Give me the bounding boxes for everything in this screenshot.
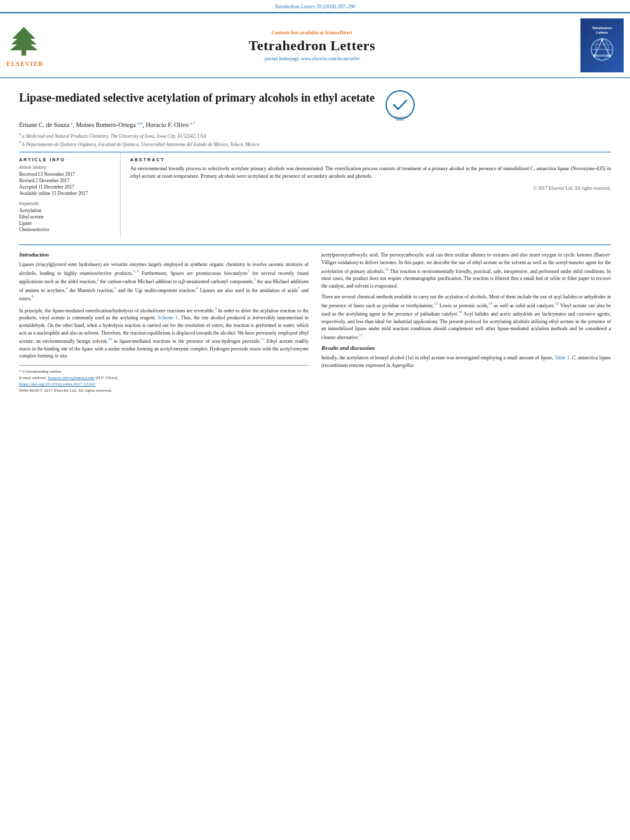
keyword-acetylation: Acetylation — [19, 208, 114, 213]
section-divider — [19, 244, 611, 245]
issn-text: 0040-4039/© 2017 Elsevier Ltd. All right… — [19, 388, 112, 393]
journal-ref-text: Tetrahedron Letters 59 (2018) 287–290 — [275, 4, 356, 10]
tet-globe-icon — [589, 37, 615, 62]
keywords-section: Keywords: Acetylation Ethyl acetate Lipa… — [19, 201, 114, 232]
keyword-ethyl-acetate: Ethyl acetate — [19, 214, 114, 220]
doi-line: https://doi.org/10.1016/j.tetlet.2017.12… — [19, 382, 309, 387]
sciencedirect-line: Contents lists available at ScienceDirec… — [50, 30, 574, 36]
email-line: E-mail address: horacio-olivo@uiowa.edu … — [19, 375, 309, 380]
intro-paragraph-2: In principle, the lipase-mediated esteri… — [19, 306, 309, 360]
email-suffix: (H.F. Olivo). — [95, 375, 119, 380]
homepage-prefix: journal homepage: — [264, 56, 301, 62]
corresponding-author-label: * Corresponding author. — [19, 369, 62, 374]
header-center: Contents lists available at ScienceDirec… — [50, 30, 574, 62]
check-updates-badge[interactable]: Check for updates — [384, 89, 416, 121]
revised-date: Revised 2 December 2017 — [19, 178, 114, 183]
body-two-col: Introduction Lipases (triacylglycerol es… — [19, 251, 611, 394]
sciencedirect-prefix: Contents lists available at — [272, 30, 325, 36]
svg-marker-10 — [594, 40, 610, 56]
history-label: Article history: — [19, 165, 114, 170]
email-label: E-mail address: — [19, 375, 48, 380]
title-row: Lipase-mediated selective acetylation of… — [19, 86, 611, 121]
doi-link[interactable]: https://doi.org/10.1016/j.tetlet.2017.12… — [19, 382, 95, 387]
svg-point-14 — [386, 91, 414, 119]
results-paragraph-1: Initially, the acetylation of benzyl alc… — [321, 354, 611, 369]
right-paragraph-2: There are several chemical methods avail… — [321, 293, 611, 341]
article-title: Lipase-mediated selective acetylation of… — [19, 91, 375, 105]
abstract-section: ABSTRACT An environmental friendly proce… — [121, 152, 611, 238]
journal-reference: Tetrahedron Letters 59 (2018) 287–290 — [0, 0, 630, 12]
svg-point-12 — [593, 55, 596, 57]
check-updates-icon: Check for updates — [384, 89, 416, 121]
keyword-lipase: Lipase — [19, 220, 114, 226]
homepage-url[interactable]: www.elsevier.com/locate/tetlet — [301, 56, 359, 62]
right-column: acetylperoxycarboxylic acid. The peroxyc… — [321, 251, 611, 394]
svg-text:updates: updates — [396, 118, 405, 121]
info-abstract-section: ARTICLE INFO Article history: Received 1… — [19, 152, 611, 238]
affiliations: a a Medicinal and Natural Products Chemi… — [19, 131, 611, 147]
elsevier-brand-name: ELSEVIER — [6, 60, 44, 67]
authors-line: Ernane C. de Souza a, Moises Romero-Orte… — [19, 121, 611, 128]
article-info-label: ARTICLE INFO — [19, 157, 114, 162]
svg-point-13 — [608, 55, 611, 57]
issn-line: 0040-4039/© 2017 Elsevier Ltd. All right… — [19, 388, 309, 393]
footnote-area: * Corresponding author. E-mail address: … — [19, 365, 309, 393]
results-title: Results and discussion — [321, 345, 611, 351]
affiliation-a: a a Medicinal and Natural Products Chemi… — [19, 131, 611, 139]
sciencedirect-name[interactable]: ScienceDirect — [325, 30, 352, 36]
journal-homepage: journal homepage: www.elsevier.com/locat… — [50, 56, 574, 62]
affiliation-b: b b Departamento de Química Orgánica, Fa… — [19, 140, 611, 147]
main-content: Lipase-mediated selective acetylation of… — [0, 78, 630, 402]
journal-title: Tetrahedron Letters — [50, 37, 574, 54]
left-column: Introduction Lipases (triacylglycerol es… — [19, 251, 309, 394]
keyword-chemoselective: Chemoselective — [19, 227, 114, 232]
journal-header: ELSEVIER Contents lists available at Sci… — [0, 12, 630, 78]
accepted-date: Accepted 11 December 2017 — [19, 184, 114, 190]
tet-logo-title: TetrahedronLetters — [592, 26, 612, 34]
right-paragraph-1: acetylperoxycarboxylic acid. The peroxyc… — [321, 251, 611, 290]
introduction-title: Introduction — [19, 251, 309, 258]
available-online-date: Available online 15 December 2017 — [19, 190, 114, 196]
elsevier-logo-area: ELSEVIER — [6, 24, 44, 67]
tetrahedron-letters-logo: TetrahedronLetters — [580, 18, 624, 72]
abstract-text: An environmental friendly process to sel… — [130, 165, 611, 180]
article-info-column: ARTICLE INFO Article history: Received 1… — [19, 152, 121, 238]
copyright: © 2017 Elsevier Ltd. All rights reserved… — [130, 185, 611, 191]
corresponding-author-note: * Corresponding author. — [19, 369, 309, 374]
svg-point-11 — [601, 39, 603, 41]
elsevier-tree-icon — [6, 24, 41, 59]
intro-paragraph-1: Lipases (triacylglycerol ester hydrolase… — [19, 261, 309, 302]
abstract-label: ABSTRACT — [130, 157, 611, 162]
received-date: Received 13 November 2017 — [19, 171, 114, 177]
email-link[interactable]: horacio-olivo@uiowa.edu — [48, 375, 95, 380]
keywords-label: Keywords: — [19, 201, 114, 206]
